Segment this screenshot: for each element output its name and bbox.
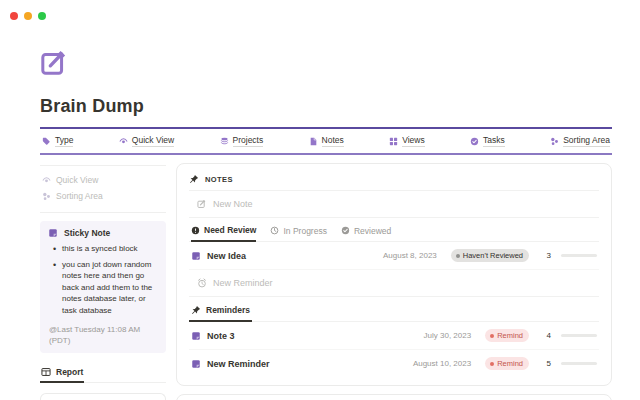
- pushpin-icon: [189, 174, 199, 184]
- tab-in-progress[interactable]: In Progress: [270, 225, 326, 241]
- eye-icon: [119, 137, 128, 146]
- nav-label: Views: [402, 135, 425, 147]
- nav-label: Sorting Area: [563, 135, 610, 147]
- tab-report-label: Report: [56, 367, 83, 377]
- tab-label: In Progress: [283, 226, 326, 236]
- inbox-card[interactable]: Inbox: [40, 393, 166, 400]
- divider: [40, 165, 166, 166]
- reminder-row-note-3[interactable]: Note 3 July 30, 2023 Remind 4: [189, 322, 599, 350]
- note-date: July 30, 2023: [424, 331, 472, 340]
- shapes-icon: [550, 137, 559, 146]
- note-row-new-idea[interactable]: New Idea August 8, 2023 Haven't Reviewed…: [189, 242, 599, 270]
- note-icon: [191, 359, 201, 369]
- new-note-placeholder: New Note: [213, 199, 253, 209]
- page-container: Brain Dump Type Quick View Projects Note…: [40, 48, 612, 400]
- reminder-row-new-reminder[interactable]: New Reminder August 10, 2023 Remind 5: [189, 350, 599, 377]
- sticky-note-callout: Sticky Note this is a synced block you c…: [40, 221, 166, 353]
- main-content: NOTES New Note Need Review In Progress: [176, 163, 612, 400]
- shapes-icon: [42, 192, 51, 201]
- alarm-clock-icon: [197, 278, 207, 288]
- note-icon: [191, 251, 201, 261]
- grid-icon: [389, 137, 398, 146]
- progress-bar: [561, 362, 597, 365]
- sidebar: Quick View Sorting Area Sticky Note this…: [40, 163, 166, 400]
- note-title: Note 3: [207, 331, 418, 341]
- zoom-window-button[interactable]: [38, 12, 46, 20]
- section-navbar: Type Quick View Projects Notes Views Tas…: [40, 127, 612, 155]
- badge-dot-icon: [490, 362, 494, 366]
- reminders-tab-row: Reminders: [189, 297, 599, 322]
- note-title: New Reminder: [207, 359, 407, 369]
- progress-bar: [561, 254, 597, 257]
- eye-icon: [42, 176, 51, 185]
- nav-item-sorting-area[interactable]: Sorting Area: [550, 135, 610, 147]
- note-date: August 10, 2023: [413, 359, 471, 368]
- note-count: 3: [543, 251, 551, 260]
- clock-icon: [270, 226, 279, 235]
- nav-item-type[interactable]: Type: [42, 135, 73, 147]
- edit-pencil-square-icon: [40, 48, 70, 78]
- tab-reviewed[interactable]: Reviewed: [341, 225, 391, 241]
- badge-dot-icon: [456, 254, 460, 258]
- sidebar-link-label: Sorting Area: [56, 191, 103, 201]
- nav-item-quick-view[interactable]: Quick View: [119, 135, 174, 147]
- window-controls: [10, 12, 46, 20]
- tab-report[interactable]: Report: [40, 363, 84, 383]
- tag-icon: [42, 137, 51, 146]
- nav-label: Projects: [233, 135, 264, 147]
- nav-item-notes[interactable]: Notes: [309, 135, 344, 147]
- sticky-note-icon: [48, 228, 58, 238]
- exclamation-circle-icon: [191, 226, 200, 235]
- note-date: August 8, 2023: [383, 251, 437, 260]
- nav-label: Tasks: [483, 135, 505, 147]
- tab-reminders[interactable]: Reminders: [189, 297, 252, 322]
- tasks-card: TASKS & PROJECTS New Task: [176, 394, 612, 400]
- pushpin-icon: [191, 305, 201, 315]
- sticky-note-list: this is a synced block you can jot down …: [48, 243, 158, 317]
- tab-label: Need Review: [204, 225, 256, 235]
- divider: [40, 212, 166, 213]
- sticky-note-bullet: this is a synced block: [62, 243, 158, 255]
- remind-badge: Remind: [485, 357, 529, 370]
- status-badge: Haven't Reviewed: [451, 249, 529, 262]
- database-icon: [220, 137, 229, 146]
- note-count: 5: [543, 359, 551, 368]
- sidebar-link-label: Quick View: [56, 175, 98, 185]
- minimize-window-button[interactable]: [24, 12, 32, 20]
- sticky-note-bullet: you can jot down random notes here and t…: [62, 259, 158, 317]
- badge-dot-icon: [490, 334, 494, 338]
- notes-status-tabs: Need Review In Progress Reviewed: [189, 218, 599, 242]
- nav-label: Notes: [322, 135, 344, 147]
- close-window-button[interactable]: [10, 12, 18, 20]
- remind-badge: Remind: [485, 329, 529, 342]
- edit-pencil-square-icon: [197, 199, 207, 209]
- check-circle-icon: [470, 137, 479, 146]
- progress-bar: [561, 334, 597, 337]
- sticky-note-timestamp: @Last Tuesday 11:08 AM (PDT): [48, 324, 158, 346]
- nav-label: Quick View: [132, 135, 174, 147]
- nav-item-tasks[interactable]: Tasks: [470, 135, 505, 147]
- notes-section-header: NOTES: [189, 172, 599, 191]
- sidebar-link-quick-view[interactable]: Quick View: [40, 172, 166, 188]
- nav-item-views[interactable]: Views: [389, 135, 425, 147]
- document-icon: [309, 137, 318, 146]
- new-reminder-input[interactable]: New Reminder: [189, 270, 599, 297]
- note-icon: [191, 331, 201, 341]
- notes-section-title: NOTES: [205, 175, 233, 184]
- new-note-input[interactable]: New Note: [189, 191, 599, 218]
- note-title: New Idea: [207, 251, 377, 261]
- new-reminder-placeholder: New Reminder: [213, 278, 273, 288]
- sticky-note-title: Sticky Note: [64, 228, 110, 238]
- sidebar-link-sorting-area[interactable]: Sorting Area: [40, 188, 166, 204]
- check-circle-icon: [341, 226, 350, 235]
- page-title: Brain Dump: [40, 96, 612, 117]
- notes-card: NOTES New Note Need Review In Progress: [176, 163, 612, 386]
- table-icon: [41, 367, 51, 377]
- tab-label: Reviewed: [354, 226, 391, 236]
- tab-need-review[interactable]: Need Review: [191, 225, 256, 242]
- tab-reminders-label: Reminders: [206, 305, 250, 315]
- nav-label: Type: [55, 135, 73, 147]
- note-count: 4: [543, 331, 551, 340]
- nav-item-projects[interactable]: Projects: [220, 135, 264, 147]
